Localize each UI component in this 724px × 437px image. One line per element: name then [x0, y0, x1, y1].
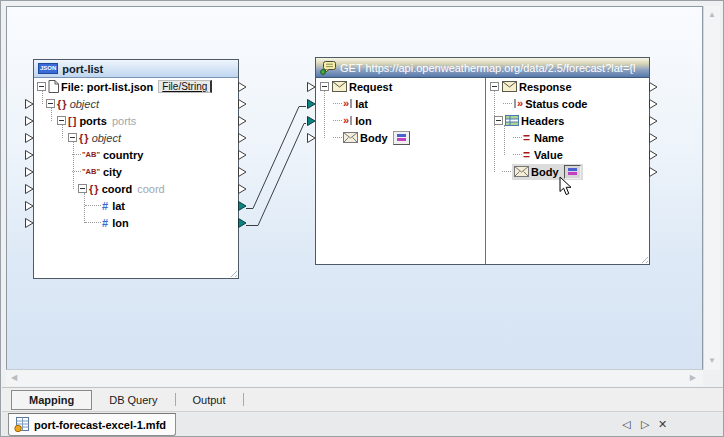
node-request-lon[interactable]: » lon — [316, 112, 485, 129]
collapse-toggle-icon[interactable] — [68, 133, 77, 142]
tree-line — [72, 171, 81, 172]
output-connector[interactable] — [649, 167, 658, 177]
collapse-toggle-icon[interactable] — [490, 82, 499, 91]
node-label: coord — [102, 183, 133, 195]
node-object[interactable]: { } object — [34, 95, 238, 112]
scroll-down-icon[interactable]: ▼ — [708, 357, 716, 365]
input-connector[interactable] — [25, 150, 34, 160]
body-envelope-icon — [514, 166, 529, 177]
output-connector[interactable] — [649, 116, 658, 126]
tab-mapping[interactable]: Mapping — [11, 390, 92, 410]
resize-grip[interactable] — [228, 268, 237, 277]
collapse-toggle-icon[interactable] — [57, 116, 66, 125]
output-connector-connected[interactable] — [238, 218, 247, 228]
node-label: lat — [355, 98, 368, 110]
collapse-toggle-icon[interactable] — [320, 82, 329, 91]
file-string-button[interactable]: File/String — [158, 80, 212, 93]
file-tab-label: port-forecast-excel-1.mfd — [34, 419, 166, 431]
input-connector-connected[interactable] — [307, 116, 316, 126]
node-label: Status code — [525, 98, 587, 110]
prev-document-button[interactable]: ◁ — [622, 417, 630, 431]
node-headers[interactable]: Headers — [486, 112, 649, 129]
tab-separator — [243, 393, 244, 406]
input-connector[interactable] — [307, 133, 316, 143]
body-envelope-icon — [343, 132, 358, 143]
node-header-value[interactable]: = Value — [486, 146, 649, 163]
input-connector[interactable] — [25, 218, 34, 228]
output-connector[interactable] — [238, 133, 247, 143]
component-webservice-header[interactable]: GET https://api.openweathermap.org/data/… — [316, 58, 649, 78]
input-connector[interactable] — [25, 201, 34, 211]
node-lon[interactable]: # lon — [34, 214, 238, 231]
file-tab-mfd[interactable]: port-forecast-excel-1.mfd — [8, 413, 176, 436]
input-connector[interactable] — [25, 99, 34, 109]
node-label: country — [103, 149, 143, 161]
node-label: Headers — [521, 115, 564, 127]
scroll-right-icon[interactable]: ▶ — [690, 374, 696, 382]
output-connector[interactable] — [238, 82, 247, 92]
node-label: Request — [349, 81, 392, 93]
node-city[interactable]: "AB" city — [34, 163, 238, 180]
node-ports[interactable]: [ ] ports ports — [34, 112, 238, 129]
node-label: object — [92, 132, 121, 144]
node-request[interactable]: Request — [316, 78, 485, 95]
mapping-canvas[interactable]: JSON port-list File: port-list.json File… — [6, 6, 703, 370]
component-port-list-body: File: port-list.json File/String { } obj… — [34, 78, 238, 231]
node-header-name[interactable]: = Name — [486, 129, 649, 146]
input-connector[interactable] — [25, 184, 34, 194]
input-connector[interactable] — [307, 82, 316, 92]
output-connector[interactable] — [649, 82, 658, 92]
node-status-code[interactable]: » Status code — [486, 95, 649, 112]
string-type-icon: "AB" — [82, 167, 100, 176]
edit-request-body-button[interactable] — [393, 131, 410, 145]
node-label: Body — [531, 166, 559, 178]
output-connector[interactable] — [238, 99, 247, 109]
node-object[interactable]: { } object — [34, 129, 238, 146]
connector-lat — [246, 107, 306, 209]
input-connector[interactable] — [25, 133, 34, 143]
mfd-file-icon — [14, 417, 30, 432]
input-connector[interactable] — [25, 167, 34, 177]
connector-lon — [246, 124, 306, 226]
collapse-toggle-icon[interactable] — [494, 116, 503, 125]
tab-output[interactable]: Output — [176, 388, 243, 411]
node-coord[interactable]: { } coord coord — [34, 180, 238, 197]
button-glyph — [568, 172, 577, 175]
tab-label: Output — [193, 394, 226, 406]
node-request-lat[interactable]: » lat — [316, 95, 485, 112]
next-document-button[interactable]: ▷ — [641, 417, 649, 431]
output-connector[interactable] — [649, 99, 658, 109]
output-connector[interactable] — [649, 150, 658, 160]
close-document-button[interactable]: ✕ — [658, 417, 667, 431]
output-connector[interactable] — [649, 133, 658, 143]
output-connector[interactable] — [238, 167, 247, 177]
scroll-left-icon[interactable]: ◀ — [11, 374, 17, 382]
input-connector[interactable] — [25, 116, 34, 126]
tab-db-query[interactable]: DB Query — [92, 388, 174, 411]
webservice-url-title: GET https://api.openweathermap.org/data/… — [340, 62, 635, 74]
node-file[interactable]: File: port-list.json File/String — [34, 78, 238, 95]
node-lat[interactable]: # lat — [34, 197, 238, 214]
vertical-scrollbar[interactable]: ▲ ▼ — [703, 6, 720, 370]
component-port-list[interactable]: JSON port-list File: port-list.json File… — [33, 59, 239, 279]
collapse-toggle-icon[interactable] — [78, 184, 87, 193]
component-port-list-header[interactable]: JSON port-list — [34, 60, 238, 78]
node-response[interactable]: Response — [486, 78, 649, 95]
input-connector-connected[interactable] — [307, 99, 316, 109]
output-connector[interactable] — [238, 184, 247, 194]
output-connector[interactable] — [238, 116, 247, 126]
output-connector-connected[interactable] — [238, 201, 247, 211]
number-type-icon: # — [102, 200, 108, 212]
horizontal-scrollbar[interactable]: ◀ ▶ — [6, 370, 703, 386]
scroll-up-icon[interactable]: ▲ — [708, 11, 716, 19]
output-connector[interactable] — [238, 150, 247, 160]
collapse-toggle-icon[interactable] — [46, 99, 55, 108]
node-country[interactable]: "AB" country — [34, 146, 238, 163]
node-label: lon — [355, 115, 372, 127]
tree-line — [502, 171, 511, 172]
collapse-toggle-icon[interactable] — [37, 82, 46, 91]
input-param-icon: » — [343, 116, 353, 125]
input-param-icon: » — [343, 99, 353, 108]
node-request-body[interactable]: Body — [316, 129, 485, 146]
component-webservice[interactable]: GET https://api.openweathermap.org/data/… — [315, 57, 650, 265]
